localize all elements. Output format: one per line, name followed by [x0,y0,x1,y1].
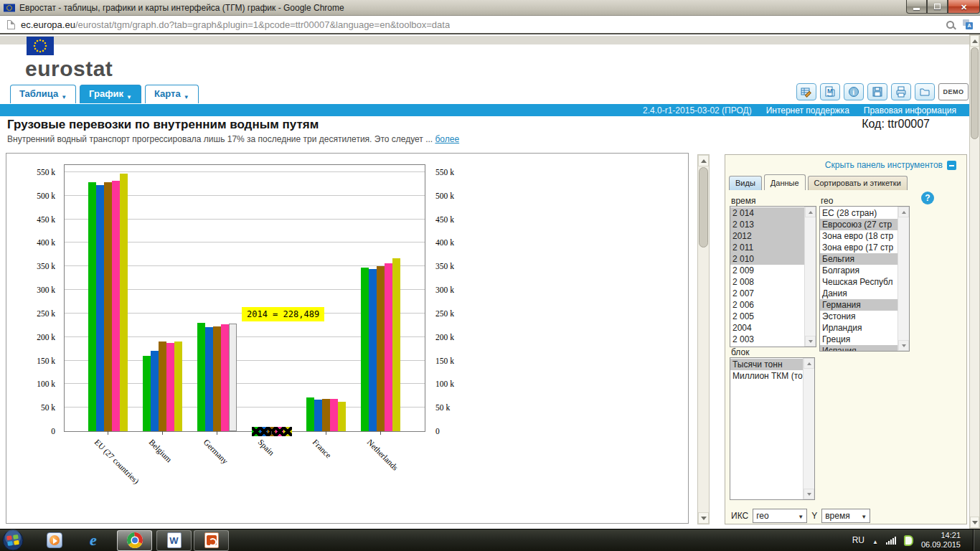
bar-2011[interactable] [151,351,159,431]
list-item[interactable]: 2012 [730,230,804,242]
list-item[interactable]: ЕС (28 стран) [820,207,897,219]
bar-2012[interactable] [104,182,112,431]
list-item[interactable]: 2 007 [730,288,804,299]
support-link[interactable]: Интернет поддержка [766,105,849,116]
scrollbar-thumb[interactable] [971,47,979,139]
help-icon[interactable]: ? [921,192,934,204]
info-button[interactable]: i [844,83,864,100]
scroll-down-icon[interactable] [804,489,814,499]
show-desktop-button[interactable] [973,529,980,551]
list-item[interactable]: Зона евро (17 стр [820,242,897,253]
list-item[interactable]: Эстония [820,311,897,322]
bar-2014[interactable] [392,258,400,431]
listbox-scrollbar[interactable] [897,207,909,351]
chrome-taskbar-button[interactable] [117,530,152,551]
folder-button[interactable] [915,83,935,100]
scroll-down-icon[interactable] [898,340,909,351]
scroll-up-icon[interactable] [698,155,709,166]
chart-scrollbar[interactable] [697,154,710,524]
scroll-down-icon[interactable] [698,512,709,524]
list-item[interactable]: Бельгия [820,253,897,265]
start-button[interactable] [2,529,24,551]
listbox-scrollbar[interactable] [804,207,816,347]
url-text[interactable]: ec.europa.eu/eurostat/tgm/graph.do?tab=g… [21,19,450,30]
list-item[interactable]: 2 013 [730,219,804,230]
tab-sort-labels[interactable]: Сортировать и этикетки [808,176,908,190]
list-item[interactable]: 2 006 [730,299,804,311]
list-item[interactable]: Болгария [820,265,897,276]
list-item[interactable]: 2 003 [730,334,804,345]
bar-2014[interactable] [174,342,182,431]
scrollbar-thumb[interactable] [699,167,708,248]
bar-2010[interactable] [306,397,314,431]
listbox-scrollbar[interactable] [803,358,814,499]
list-item[interactable]: Зона евро (18 стр [820,230,897,242]
bar-2013[interactable] [330,399,338,431]
list-item[interactable]: Миллион ТКМ (то [730,370,803,382]
powerpoint-taskbar-button[interactable] [194,530,229,551]
action-center-icon[interactable] [904,535,913,546]
tab-graph[interactable]: График [80,85,141,103]
zoom-icon[interactable] [946,21,954,29]
metadata-button[interactable]: M [820,83,840,100]
bar-2014[interactable] [338,402,346,431]
bar-2013[interactable] [166,343,174,431]
internet-explorer-taskbar-button[interactable]: e [83,530,104,551]
hidden-icons-arrow[interactable] [872,534,878,547]
scroll-down-icon[interactable] [805,336,816,347]
scroll-down-icon[interactable] [970,517,979,528]
list-item[interactable]: Тысячи тонн [730,359,803,370]
bar-2012[interactable] [213,326,221,431]
word-taskbar-button[interactable]: W [156,530,192,551]
geo-listbox[interactable]: ЕС (28 стран)Евросоюз (27 стрЗона евро (… [819,206,910,352]
bar-2014[interactable] [229,324,237,431]
bar-2012[interactable] [322,399,330,431]
translate-icon[interactable] [963,19,973,29]
window-titlebar[interactable]: Евростат - таблицы, графики и карты инте… [0,0,980,16]
list-item[interactable]: 2 014 [730,207,804,219]
bar-2014[interactable] [120,174,128,431]
hide-toolbox-button[interactable]: Скрыть панель инструментов [825,160,956,170]
bar-2012[interactable] [377,266,385,431]
list-item[interactable]: 2 011 [730,242,804,253]
x-axis-select[interactable]: гео [753,509,807,523]
bar-2011[interactable] [205,327,213,431]
bar-2010[interactable] [361,268,369,431]
page-scrollbar[interactable] [969,34,980,529]
close-button[interactable] [948,0,980,14]
tab-map[interactable]: Карта [145,85,199,103]
more-link[interactable]: более [435,134,460,144]
bar-2013[interactable] [385,263,392,431]
bar-2013[interactable] [112,181,120,431]
bar-2013[interactable] [221,324,229,431]
list-item[interactable]: Ирландия [820,322,897,334]
scroll-up-icon[interactable] [804,358,814,369]
list-item[interactable]: Испания [820,345,897,352]
language-indicator[interactable]: RU [852,535,864,545]
scroll-up-icon[interactable] [805,207,816,217]
address-bar[interactable]: ec.europa.eu/eurostat/tgm/graph.do?tab=g… [0,16,980,34]
list-item[interactable]: 2 008 [730,276,804,288]
bar-2011[interactable] [369,269,377,431]
demo-button[interactable]: DEMO [938,83,969,100]
edit-table-button[interactable] [796,83,816,100]
list-item[interactable]: 2 010 [730,253,804,265]
network-signal-icon[interactable] [886,536,896,545]
legal-link[interactable]: Правовая информация [864,105,956,116]
minimize-button[interactable] [906,0,927,14]
list-item[interactable]: Германия [820,299,897,311]
clock[interactable]: 14:21 06.09.2015 [921,531,961,550]
list-item[interactable]: 2 009 [730,265,804,276]
tab-data[interactable]: Данные [764,174,806,190]
tab-table[interactable]: Таблица [10,85,76,103]
list-item[interactable]: 2 005 [730,311,804,322]
time-listbox[interactable]: 2 0142 01320122 0112 0102 0092 0082 0072… [730,206,816,347]
bar-2010[interactable] [143,356,151,431]
bar-2010[interactable] [88,182,96,431]
unit-listbox[interactable]: Тысячи тоннМиллион ТКМ (то [730,357,815,500]
y-axis-select[interactable]: время [821,509,870,523]
save-button[interactable] [867,83,887,100]
bar-2011[interactable] [314,400,322,431]
scroll-up-icon[interactable] [970,35,979,47]
list-item[interactable]: Греция [820,334,897,345]
